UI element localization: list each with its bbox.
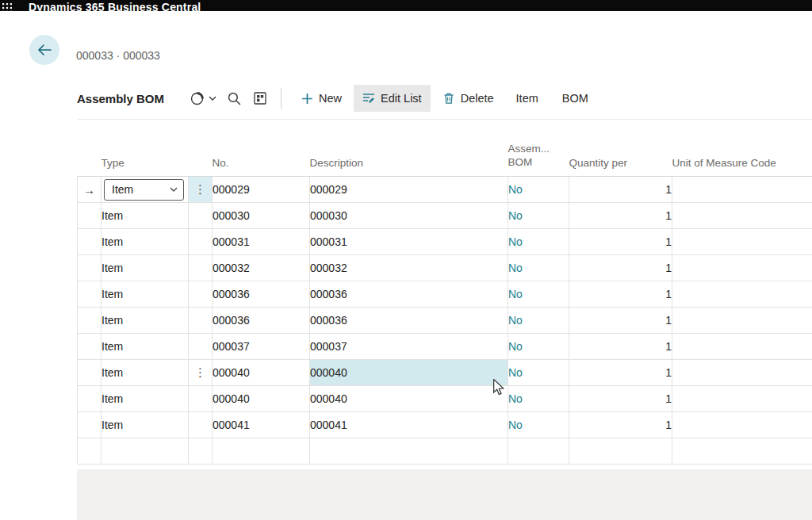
quantity-per-cell[interactable]: 1 [569, 412, 672, 438]
empty-cell [310, 438, 508, 465]
row-menu-cell[interactable]: ⋮ [189, 177, 213, 203]
related-entries-icon [190, 91, 205, 106]
header-description[interactable]: Description [310, 120, 508, 177]
bom-link[interactable]: No [508, 183, 523, 196]
header-no[interactable]: No. [213, 120, 310, 177]
header-type[interactable]: Type [102, 120, 189, 177]
type-cell[interactable]: Item [102, 229, 189, 255]
search-button[interactable] [228, 92, 241, 105]
no-cell[interactable]: 000036 [213, 308, 310, 334]
bom-menu-label: BOM [562, 92, 588, 105]
uom-cell[interactable] [672, 334, 812, 360]
description-cell[interactable]: 000036 [310, 308, 508, 334]
delete-button[interactable]: Delete [434, 85, 503, 112]
bom-link[interactable]: No [508, 392, 523, 405]
item-menu-button[interactable]: Item [506, 85, 549, 112]
edit-list-button[interactable]: Edit List [354, 85, 431, 112]
quantity-per-cell[interactable]: 1 [569, 229, 672, 255]
uom-cell[interactable] [672, 308, 812, 334]
type-select[interactable]: Item [104, 179, 184, 201]
quantity-per-cell[interactable]: 1 [569, 308, 672, 334]
item-menu-label: Item [516, 92, 538, 105]
bom-menu-button[interactable]: BOM [552, 85, 599, 112]
row-indicator-cell [78, 229, 102, 255]
header-quantity-per[interactable]: Quantity per [569, 120, 672, 177]
quantity-per-cell[interactable]: 1 [569, 177, 672, 203]
type-cell[interactable]: Item [102, 308, 189, 334]
description-cell[interactable]: 000032 [310, 255, 508, 281]
uom-cell[interactable] [672, 203, 812, 229]
description-cell[interactable]: 000029 [310, 177, 508, 203]
bom-link[interactable]: No [508, 209, 523, 222]
description-cell[interactable]: 000040 [310, 386, 508, 412]
description-cell[interactable]: 000036 [310, 281, 508, 308]
row-menu-cell[interactable]: ⋮ [189, 360, 213, 386]
bom-link[interactable]: No [508, 314, 523, 327]
quantity-per-cell[interactable]: 1 [569, 334, 672, 360]
back-arrow-icon [37, 44, 52, 55]
bom-link[interactable]: No [508, 366, 523, 379]
type-cell[interactable]: Item [102, 255, 189, 281]
breadcrumb[interactable]: 000033 · 000033 [76, 49, 160, 62]
assembly-bom-cell: No [508, 255, 569, 281]
quantity-per-cell[interactable]: 1 [569, 386, 672, 412]
header-uom[interactable]: Unit of Measure Code [672, 120, 812, 177]
no-cell[interactable]: 000029 [213, 177, 310, 203]
type-cell[interactable]: Item [102, 412, 189, 438]
bom-link[interactable]: No [508, 288, 523, 300]
description-cell[interactable]: 000041 [310, 412, 508, 438]
quantity-per-cell[interactable]: 1 [569, 255, 672, 281]
row-indicator-cell [78, 360, 102, 386]
description-cell[interactable]: 000030 [310, 203, 508, 229]
action-toolbar: Assembly BOM New [77, 82, 812, 114]
page-background [77, 469, 812, 520]
edit-list-icon [362, 92, 375, 105]
description-cell[interactable]: 000031 [310, 229, 508, 255]
type-cell[interactable]: Item [102, 281, 189, 308]
quantity-per-cell[interactable]: 1 [569, 281, 672, 308]
table-row: Item000037000037No1 [78, 334, 812, 360]
no-cell[interactable]: 000031 [213, 229, 310, 255]
uom-cell[interactable] [672, 281, 812, 308]
app-launcher-icon[interactable] [2, 2, 12, 11]
uom-cell[interactable] [672, 360, 812, 386]
uom-cell[interactable] [672, 177, 812, 203]
uom-cell[interactable] [672, 386, 812, 412]
row-menu-cell [189, 255, 213, 281]
new-button[interactable]: New [293, 85, 350, 112]
bom-link[interactable]: No [508, 235, 523, 248]
header-assembly-bom[interactable]: Assem... BOM [508, 120, 569, 177]
bom-link[interactable]: No [508, 419, 523, 431]
uom-cell[interactable] [672, 229, 812, 255]
analyze-button[interactable] [254, 92, 266, 105]
no-cell[interactable]: 000040 [213, 360, 310, 386]
no-cell[interactable]: 000037 [213, 334, 310, 360]
back-button[interactable] [29, 35, 59, 65]
type-cell[interactable]: Item [102, 334, 189, 360]
description-cell[interactable]: 000037 [310, 334, 508, 360]
assembly-bom-cell: No [508, 334, 569, 360]
assembly-bom-cell: No [508, 229, 569, 255]
type-cell[interactable]: Item [102, 360, 189, 386]
bom-link[interactable]: No [508, 340, 523, 353]
no-cell[interactable]: 000041 [213, 412, 310, 438]
no-cell[interactable]: 000030 [213, 203, 310, 229]
related-entries-button[interactable] [190, 91, 216, 106]
quantity-per-cell[interactable]: 1 [569, 360, 672, 386]
uom-cell[interactable] [672, 412, 812, 438]
no-cell[interactable]: 000040 [213, 386, 310, 412]
row-indicator-cell [78, 386, 102, 412]
bom-link[interactable]: No [508, 262, 523, 274]
table-row: Item000032000032No1 [78, 255, 812, 281]
topbar: Dynamics 365 Business Central [0, 0, 812, 11]
description-cell[interactable]: 000040 [310, 360, 508, 386]
type-cell[interactable]: Item [102, 177, 189, 203]
no-cell[interactable]: 000036 [213, 281, 310, 308]
type-cell[interactable]: Item [102, 203, 189, 229]
row-indicator-cell [78, 334, 102, 360]
uom-cell[interactable] [672, 255, 812, 281]
row-menu-cell [189, 308, 213, 334]
quantity-per-cell[interactable]: 1 [569, 203, 672, 229]
no-cell[interactable]: 000032 [213, 255, 310, 281]
type-cell[interactable]: Item [102, 386, 189, 412]
